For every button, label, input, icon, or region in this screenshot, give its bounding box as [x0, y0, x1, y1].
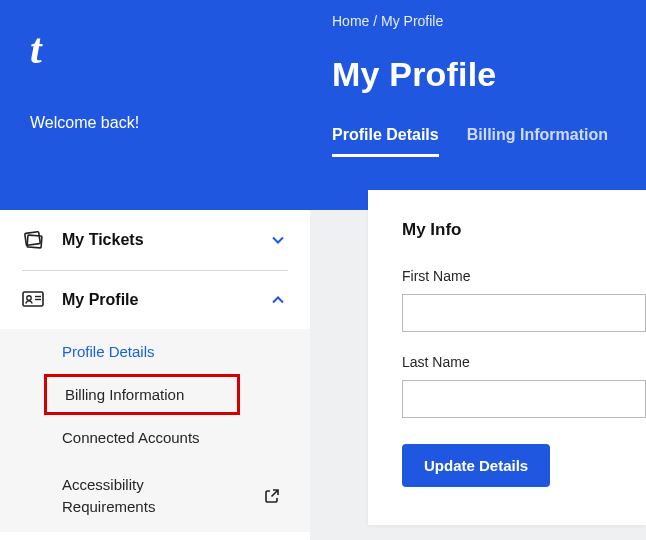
tab-label: Profile Details	[332, 126, 439, 143]
first-name-label: First Name	[402, 268, 646, 284]
main-area: Home / My Profile My Profile Profile Det…	[310, 0, 646, 540]
subnav-label: Connected Accounts	[62, 429, 200, 446]
last-name-field-group: Last Name	[402, 354, 646, 418]
profile-card-icon	[22, 291, 48, 309]
last-name-label: Last Name	[402, 354, 646, 370]
sidebar-sub-accessibility-requirements[interactable]: Accessibility Requirements	[0, 460, 310, 532]
welcome-text: Welcome back!	[30, 114, 286, 132]
sidebar-sub-profile-details[interactable]: Profile Details	[0, 329, 310, 374]
svg-point-3	[27, 296, 31, 300]
sidebar-item-label: My Tickets	[62, 231, 270, 249]
page-title: My Profile	[332, 55, 632, 94]
sidebar-nav: My Tickets My Profile	[0, 210, 310, 532]
sidebar-item-label: My Profile	[62, 291, 270, 309]
sidebar: t Welcome back! My Tickets	[0, 0, 310, 540]
tab-profile-details[interactable]: Profile Details	[332, 126, 439, 157]
last-name-input[interactable]	[402, 380, 646, 418]
tickets-icon	[22, 230, 48, 250]
card-title: My Info	[402, 220, 646, 240]
my-info-card: My Info First Name Last Name Update Deta…	[368, 190, 646, 525]
subnav-label: Accessibility Requirements	[62, 474, 202, 518]
update-details-button[interactable]: Update Details	[402, 444, 550, 487]
tab-billing-information[interactable]: Billing Information	[467, 126, 608, 157]
brand-logo: t	[30, 28, 286, 70]
sidebar-item-my-tickets[interactable]: My Tickets	[0, 210, 310, 270]
sidebar-sub-billing-information[interactable]: Billing Information	[44, 374, 240, 415]
chevron-down-icon	[270, 232, 286, 248]
sidebar-subnav-profile: Profile Details Billing Information Conn…	[0, 329, 310, 532]
first-name-input[interactable]	[402, 294, 646, 332]
tabs: Profile Details Billing Information	[332, 126, 632, 157]
tab-label: Billing Information	[467, 126, 608, 143]
sidebar-hero: t Welcome back!	[0, 0, 310, 210]
sidebar-item-my-profile[interactable]: My Profile	[0, 271, 310, 329]
chevron-up-icon	[270, 292, 286, 308]
breadcrumb[interactable]: Home / My Profile	[332, 13, 632, 29]
subnav-label: Profile Details	[62, 343, 155, 360]
main-hero: Home / My Profile My Profile Profile Det…	[310, 0, 646, 210]
first-name-field-group: First Name	[402, 268, 646, 332]
sidebar-sub-connected-accounts[interactable]: Connected Accounts	[0, 415, 310, 460]
subnav-label: Billing Information	[65, 386, 184, 403]
external-link-icon	[264, 488, 280, 504]
